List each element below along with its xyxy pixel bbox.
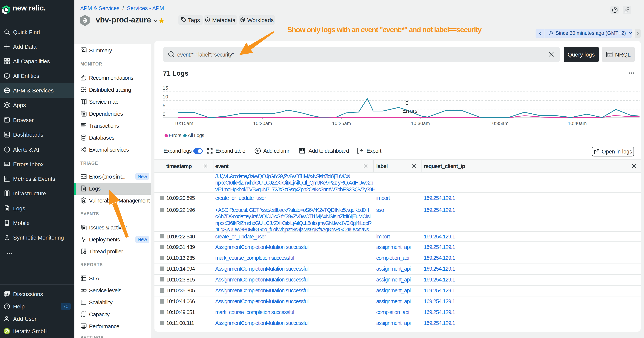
svg-text:10:40am: 10:40am — [568, 121, 586, 126]
svg-text:5: 5 — [163, 103, 165, 108]
svg-text:10:25am: 10:25am — [332, 121, 351, 126]
svg-text:10:15am: 10:15am — [174, 121, 193, 126]
svg-text:10:20am: 10:20am — [253, 121, 272, 126]
svg-text:10:35am: 10:35am — [490, 121, 508, 126]
svg-text:10:30am: 10:30am — [411, 121, 430, 126]
svg-text:Errors: Errors — [402, 108, 418, 114]
svg-text:0: 0 — [406, 100, 408, 106]
svg-text:0: 0 — [163, 111, 165, 117]
svg-text:10: 10 — [163, 94, 168, 100]
svg-text:15: 15 — [163, 85, 168, 91]
